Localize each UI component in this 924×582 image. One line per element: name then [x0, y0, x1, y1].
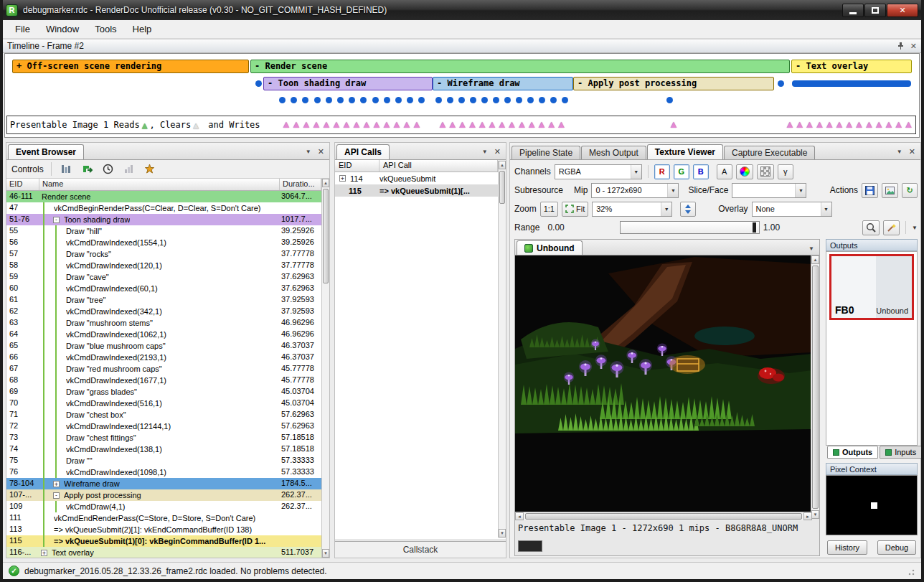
- collapse-icon[interactable]: -: [53, 492, 60, 499]
- draw-marker-dot[interactable]: [493, 97, 499, 103]
- texture-horizontal-scrollbar[interactable]: ◄ ►: [515, 512, 812, 520]
- usage-triangle[interactable]: ▲: [834, 119, 844, 129]
- pixel-context-view[interactable]: [826, 475, 918, 535]
- usage-triangle[interactable]: ▲: [382, 119, 392, 129]
- event-row[interactable]: 70vkCmdDrawIndexed(516,1)45.03704: [6, 398, 321, 409]
- minimize-button[interactable]: [842, 4, 864, 17]
- usage-triangle[interactable]: ▲: [497, 119, 507, 129]
- custom-display-button[interactable]: [736, 164, 753, 179]
- usage-triangle[interactable]: ▲: [557, 119, 567, 129]
- menu-window[interactable]: Window: [38, 21, 87, 37]
- red-channel-button[interactable]: R: [654, 164, 670, 179]
- timeline-canvas[interactable]: Presentable Image 1 Reads▲, Clears▲ and …: [5, 54, 919, 137]
- usage-triangle[interactable]: ▲: [795, 119, 805, 129]
- draw-marker-dot[interactable]: [539, 97, 545, 103]
- scroll-left-icon[interactable]: ◄: [515, 512, 524, 520]
- usage-triangle[interactable]: ▲: [824, 119, 834, 129]
- timeline-bar--apply-post-processing[interactable]: - Apply post processing: [573, 77, 774, 90]
- range-slider[interactable]: [620, 221, 760, 234]
- scroll-thumb[interactable]: [525, 513, 802, 520]
- alpha-channel-button[interactable]: A: [717, 164, 732, 179]
- panel-menu-icon[interactable]: ▼: [306, 149, 311, 155]
- event-row[interactable]: 71Draw "chest box"57.62963: [6, 409, 321, 421]
- event-row[interactable]: 73Draw "chest fittings"57.18518: [6, 432, 321, 443]
- event-row[interactable]: 64vkCmdDrawIndexed(1062,1)46.96296: [6, 329, 321, 340]
- event-row[interactable]: 76vkCmdDrawIndexed(1098,1)57.33333: [6, 466, 321, 478]
- maximize-button[interactable]: [864, 4, 886, 17]
- event-row[interactable]: 47vkCmdBeginRenderPass(C=Clear, D=Clear,…: [6, 202, 321, 214]
- menu-help[interactable]: Help: [125, 21, 160, 37]
- options-button[interactable]: [142, 162, 158, 177]
- draw-marker-dot[interactable]: [372, 97, 379, 103]
- green-channel-button[interactable]: G: [674, 164, 689, 179]
- tab-capture-executable[interactable]: Capture Executable: [724, 146, 815, 159]
- usage-triangle[interactable]: ▲: [844, 119, 854, 129]
- usage-triangle[interactable]: ▲: [341, 119, 352, 129]
- mip-select[interactable]: 0 - 1272x690▼: [591, 183, 679, 198]
- tab-event-browser[interactable]: Event Browser: [8, 144, 84, 159]
- draw-marker-dot[interactable]: [481, 97, 488, 103]
- column-eid[interactable]: EID: [335, 160, 380, 172]
- event-row[interactable]: 56vkCmdDrawIndexed(1554,1)39.25926: [6, 237, 321, 248]
- debug-button[interactable]: Debug: [877, 540, 916, 555]
- panel-menu-icon[interactable]: ▼: [482, 149, 488, 155]
- draw-marker-dot[interactable]: [255, 80, 262, 87]
- scroll-right-icon[interactable]: ►: [803, 512, 812, 520]
- event-row[interactable]: 115=> vkQueueSubmit(1)[0]: vkBeginComman…: [6, 535, 321, 547]
- tab-inputs[interactable]: Inputs: [880, 446, 922, 459]
- timeline-close-icon[interactable]: ✕: [910, 42, 917, 51]
- usage-triangle[interactable]: ▲: [537, 119, 547, 129]
- expand-icon[interactable]: +: [53, 481, 60, 487]
- draw-marker-dot[interactable]: [326, 97, 332, 103]
- draw-marker-dot[interactable]: [384, 97, 390, 103]
- fb0-thumbnail[interactable]: FB0 Unbound: [829, 254, 914, 320]
- timeline-bar--toon-shading-draw[interactable]: - Toon shading draw: [263, 77, 433, 90]
- usage-triangle[interactable]: ▲: [517, 119, 527, 129]
- usage-triangle[interactable]: ▲: [362, 119, 372, 129]
- draw-marker-dot[interactable]: [550, 97, 557, 103]
- usage-triangle[interactable]: ▲: [669, 119, 679, 129]
- pin-icon[interactable]: [897, 42, 905, 50]
- scroll-up-icon[interactable]: ▲: [811, 255, 819, 264]
- usage-triangle[interactable]: ▲: [864, 119, 874, 129]
- event-row[interactable]: 57Draw "rocks"37.77778: [6, 248, 321, 260]
- usage-triangle[interactable]: ▲: [448, 119, 458, 129]
- usage-triangle[interactable]: ▲: [805, 119, 815, 129]
- event-row[interactable]: 55Draw "hill"39.25926: [6, 225, 321, 237]
- event-row[interactable]: 46-111Render scene3064.7...: [6, 191, 321, 202]
- timeline-bar--text-overlay[interactable]: - Text overlay: [791, 60, 912, 73]
- event-row[interactable]: 72vkCmdDrawIndexed(12144,1)57.62963: [6, 421, 321, 432]
- draw-marker-dot[interactable]: [470, 97, 476, 103]
- tab-unbound-texture[interactable]: Unbound: [517, 240, 583, 255]
- usage-triangle[interactable]: ▲: [904, 119, 914, 129]
- event-browser-scrollbar[interactable]: ▲ ▼: [321, 179, 329, 558]
- draw-marker-dot[interactable]: [360, 97, 367, 103]
- usage-triangle[interactable]: ▲: [291, 119, 301, 129]
- autofit-range-button[interactable]: [883, 220, 900, 235]
- event-row[interactable]: 67Draw "red mushroom caps"45.77778: [6, 363, 321, 375]
- usage-triangle[interactable]: ▲: [281, 119, 291, 129]
- event-row[interactable]: 78-104+Wireframe draw1784.5...: [6, 478, 321, 489]
- column-duration[interactable]: Duratio...: [280, 179, 321, 190]
- draw-marker-dot[interactable]: [527, 97, 534, 103]
- panel-close-icon[interactable]: ✕: [494, 147, 501, 156]
- draw-marker-dot[interactable]: [666, 97, 673, 103]
- panel-menu-icon[interactable]: ▼: [897, 149, 902, 155]
- event-row[interactable]: 59Draw "cave"37.62963: [6, 271, 321, 283]
- statistics-button[interactable]: [121, 162, 137, 177]
- timeline-bar--render-scene[interactable]: - Render scene: [250, 60, 790, 73]
- scroll-thumb[interactable]: [499, 171, 505, 204]
- find-event-button[interactable]: [59, 162, 75, 177]
- draw-marker-dot[interactable]: [418, 97, 425, 103]
- draw-marker-dot[interactable]: [302, 97, 308, 103]
- event-row[interactable]: 51-76-Toon shading draw1017.7...: [6, 214, 321, 225]
- usage-triangle[interactable]: ▲: [412, 119, 422, 129]
- tab-pipeline-state[interactable]: Pipeline State: [512, 146, 580, 159]
- draw-marker-dot[interactable]: [458, 97, 465, 103]
- expand-icon[interactable]: +: [339, 175, 346, 182]
- timeline-text-overlay-marker-bar[interactable]: [792, 80, 911, 87]
- draw-marker-dot[interactable]: [279, 97, 286, 103]
- column-eid[interactable]: EID: [6, 179, 39, 190]
- blue-channel-button[interactable]: B: [693, 164, 709, 179]
- open-texture-list-button[interactable]: [882, 183, 898, 198]
